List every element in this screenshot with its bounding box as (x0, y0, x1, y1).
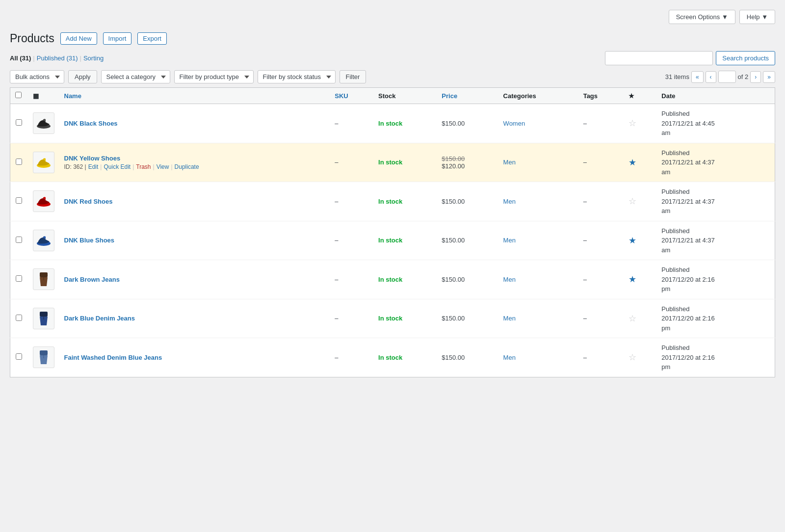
product-price: $150.00 (437, 299, 498, 338)
row-action-view[interactable]: View (157, 163, 169, 170)
thumb-header: ▦ (28, 88, 59, 104)
featured-star-icon[interactable]: ☆ (628, 352, 636, 362)
price-header[interactable]: Price (437, 88, 498, 104)
category-link[interactable]: Men (503, 354, 516, 361)
row-checkbox[interactable] (16, 197, 22, 204)
table-row: DNK Red Shoes–In stock$150.00Men–☆Publis… (10, 182, 775, 221)
row-checkbox[interactable] (16, 119, 22, 126)
row-checkbox[interactable] (16, 275, 22, 282)
row-checkbox-cell (10, 143, 28, 182)
product-thumbnail (33, 190, 54, 212)
product-price-cell: $150.00$120.00 (437, 143, 498, 182)
search-products-button[interactable]: Search products (716, 51, 775, 65)
name-header[interactable]: Name (59, 88, 330, 104)
stock-header: Stock (373, 88, 437, 104)
row-action-trash[interactable]: Trash (136, 163, 151, 170)
product-name-link[interactable]: DNK Blue Shoes (64, 237, 115, 244)
first-page-button[interactable]: « (691, 71, 704, 83)
prev-page-button[interactable]: ‹ (706, 71, 716, 83)
product-category-cell: Men (498, 221, 578, 260)
import-button[interactable]: Import (103, 32, 132, 45)
select-all-checkbox[interactable] (15, 92, 22, 98)
page-title: Products (10, 32, 54, 45)
stock-status: In stock (378, 237, 402, 244)
price-block: $150.00$120.00 (442, 155, 493, 170)
row-checkbox-cell (10, 338, 28, 377)
product-tags-cell: – (578, 260, 624, 299)
product-name-link[interactable]: Dark Brown Jeans (64, 276, 120, 283)
product-sku-cell: – (330, 143, 373, 182)
product-date-cell: Published2017/12/21 at 4:45am (656, 104, 775, 143)
row-action-edit[interactable]: Edit (88, 163, 99, 170)
screen-options-button[interactable]: Screen Options ▼ (669, 10, 735, 24)
row-checkbox[interactable] (16, 159, 22, 165)
product-tags-cell: – (578, 104, 624, 143)
product-name-cell: DNK Yellow ShoesID: 362 |Edit |Quick Edi… (59, 143, 330, 182)
featured-star-icon[interactable]: ☆ (628, 314, 636, 323)
row-checkbox[interactable] (16, 353, 22, 360)
product-category-cell: Women (498, 104, 578, 143)
featured-star-icon[interactable]: ☆ (628, 118, 636, 128)
row-checkbox-cell (10, 221, 28, 260)
product-thumbnail-cell (28, 182, 59, 221)
product-name-cell: DNK Blue Shoes (59, 221, 330, 260)
row-checkbox[interactable] (16, 237, 22, 243)
row-action-duplicate[interactable]: Duplicate (175, 163, 199, 170)
product-thumbnail (33, 152, 54, 173)
stock-status: In stock (378, 159, 402, 166)
product-stock-cell: In stock (373, 260, 437, 299)
featured-star-icon[interactable]: ★ (628, 274, 636, 284)
category-link[interactable]: Women (503, 120, 525, 127)
stock-status: In stock (378, 120, 402, 127)
product-thumbnail-cell (28, 104, 59, 143)
sku-header[interactable]: SKU (330, 88, 373, 104)
featured-star-icon[interactable]: ★ (628, 158, 636, 167)
product-type-select[interactable]: Filter by product type (174, 70, 254, 83)
product-date-cell: Published2017/12/21 at 4:37am (656, 143, 775, 182)
filter-all[interactable]: All (31) (10, 54, 31, 62)
product-thumbnail (33, 268, 54, 290)
bulk-actions-select[interactable]: Bulk actions (10, 70, 64, 83)
product-name-link[interactable]: Faint Washed Denim Blue Jeans (64, 354, 162, 361)
row-checkbox[interactable] (16, 315, 22, 321)
category-select[interactable]: Select a category (101, 70, 170, 83)
row-checkbox-cell (10, 260, 28, 299)
product-category-cell: Men (498, 299, 578, 338)
product-sku-cell: – (330, 338, 373, 377)
table-row: DNK Blue Shoes–In stock$150.00Men–★Publi… (10, 221, 775, 260)
next-page-button[interactable]: › (750, 71, 761, 83)
row-action-quick-edit[interactable]: Quick Edit (104, 163, 131, 170)
product-date-cell: Published2017/12/21 at 4:37am (656, 221, 775, 260)
export-button[interactable]: Export (137, 32, 167, 45)
featured-star-icon[interactable]: ★ (628, 236, 636, 245)
search-input[interactable] (605, 51, 713, 65)
featured-header: ★ (624, 88, 656, 104)
product-name-link[interactable]: DNK Black Shoes (64, 120, 118, 127)
sale-price: $120.00 (442, 162, 493, 170)
category-link[interactable]: Men (503, 315, 516, 322)
filter-published[interactable]: Published (31) (37, 54, 78, 62)
add-new-button[interactable]: Add New (60, 32, 97, 45)
category-link[interactable]: Men (503, 276, 516, 283)
product-name-cell: DNK Red Shoes (59, 182, 330, 221)
stock-status: In stock (378, 276, 402, 283)
product-category-cell: Men (498, 143, 578, 182)
product-thumbnail-cell (28, 299, 59, 338)
product-name-link[interactable]: DNK Yellow Shoes (64, 155, 121, 162)
apply-button[interactable]: Apply (68, 70, 97, 83)
row-id: ID: 362 | (64, 163, 86, 170)
filter-button[interactable]: Filter (340, 70, 366, 83)
row-actions: ID: 362 |Edit |Quick Edit |Trash |View |… (64, 163, 325, 170)
product-name-link[interactable]: Dark Blue Denim Jeans (64, 315, 135, 322)
page-input[interactable]: 1 (718, 71, 736, 83)
last-page-button[interactable]: » (763, 71, 775, 83)
stock-status-select[interactable]: Filter by stock status (258, 70, 336, 83)
filter-sorting[interactable]: Sorting (83, 54, 104, 62)
product-name-link[interactable]: DNK Red Shoes (64, 198, 113, 205)
tags-header: Tags (578, 88, 624, 104)
category-link[interactable]: Men (503, 159, 516, 166)
category-link[interactable]: Men (503, 198, 516, 205)
category-link[interactable]: Men (503, 237, 516, 244)
featured-star-icon[interactable]: ☆ (628, 196, 636, 206)
help-button[interactable]: Help ▼ (739, 10, 775, 24)
